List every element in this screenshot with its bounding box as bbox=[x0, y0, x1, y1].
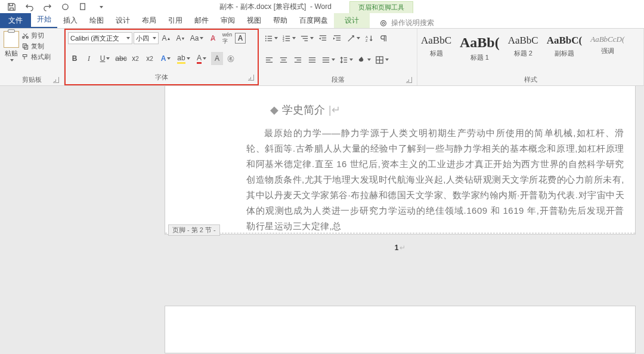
touch-mode-icon[interactable] bbox=[58, 1, 72, 14]
page-number[interactable]: 1 bbox=[395, 244, 406, 252]
style-item-2[interactable]: AaBbC标题 2 bbox=[508, 35, 538, 58]
distribute-button[interactable] bbox=[320, 53, 336, 66]
tab-design[interactable]: 设计 bbox=[110, 13, 136, 28]
paste-button[interactable]: 粘贴 bbox=[4, 31, 19, 61]
format-painter-button[interactable]: 格式刷 bbox=[21, 53, 51, 61]
clear-format-button[interactable]: A̷ bbox=[206, 32, 219, 45]
paste-label: 粘贴 bbox=[5, 49, 18, 58]
grow-font-button[interactable]: A▲ bbox=[160, 32, 173, 45]
group-label-styles: 样式 bbox=[421, 74, 640, 85]
justify-button[interactable] bbox=[305, 53, 318, 66]
page-1[interactable]: ◆ 学史简介|↵ 最原始的力学——静力学源于人类文明初期生产劳动中所使用的简单机… bbox=[165, 86, 636, 235]
svg-point-2 bbox=[381, 20, 386, 26]
group-font: Calibri (西文正文 小四 A▲ A▼ Aa A̷ wén字 A B I … bbox=[64, 29, 259, 85]
svg-point-0 bbox=[62, 4, 67, 10]
multilevel-button[interactable] bbox=[298, 32, 315, 45]
shrink-font-button[interactable]: A▼ bbox=[174, 32, 187, 45]
style-item-3[interactable]: AaBbC(副标题 bbox=[547, 35, 583, 58]
sort-button[interactable]: AZ bbox=[363, 32, 376, 45]
phonetic-guide-button[interactable]: wén字 bbox=[221, 32, 234, 45]
paragraph-launcher-icon[interactable] bbox=[406, 77, 412, 83]
tab-draw[interactable]: 绘图 bbox=[83, 13, 110, 28]
tab-file[interactable]: 文件 bbox=[0, 13, 31, 28]
ribbon: 粘贴 剪切 复制 格式刷 剪贴板 Calibri (西文正文 小四 A▲ A▼ … bbox=[0, 29, 644, 86]
svg-point-3 bbox=[382, 22, 385, 24]
workspace: ◆ 学史简介|↵ 最原始的力学——静力学源于人类文明初期生产劳动中所使用的简单机… bbox=[0, 86, 644, 354]
svg-text:Z: Z bbox=[365, 39, 367, 42]
save-icon[interactable] bbox=[5, 1, 18, 14]
tab-layout[interactable]: 布局 bbox=[136, 13, 162, 28]
svg-point-4 bbox=[23, 36, 24, 38]
svg-point-12 bbox=[265, 40, 266, 41]
tab-mailings[interactable]: 邮件 bbox=[188, 13, 215, 28]
shading-button[interactable] bbox=[355, 53, 372, 66]
font-name-select[interactable]: Calibri (西文正文 bbox=[68, 32, 132, 44]
tab-hf-design[interactable]: 设计 bbox=[334, 13, 370, 28]
bullets-button[interactable] bbox=[262, 32, 279, 45]
contextual-tool-label: 页眉和页脚工具 bbox=[349, 1, 413, 13]
superscript-button[interactable]: x2 bbox=[143, 52, 156, 65]
numbering-button[interactable]: 123 bbox=[280, 32, 297, 45]
copy-button[interactable]: 复制 bbox=[21, 42, 51, 51]
highlight-button[interactable]: ab bbox=[175, 52, 192, 65]
tab-home[interactable]: 开始 bbox=[31, 12, 57, 28]
title-bar: 副本 - 副本.docx [兼容模式] - Word 页眉和页脚工具 bbox=[0, 0, 644, 14]
doc-body[interactable]: 最原始的力学——静力学源于人类文明初期生产劳动中所使用的简单机械,如杠杆、滑轮、… bbox=[246, 125, 624, 234]
footer-separator bbox=[165, 233, 635, 233]
decrease-indent-button[interactable] bbox=[316, 32, 329, 45]
tab-view[interactable]: 视图 bbox=[241, 13, 267, 28]
diamond-bullet-icon: ◆ bbox=[270, 103, 278, 116]
tell-me-search[interactable]: 操作说明搜索 bbox=[379, 18, 434, 28]
group-label-clipboard: 剪贴板 bbox=[4, 74, 60, 85]
increase-indent-button[interactable] bbox=[330, 32, 343, 45]
svg-point-10 bbox=[265, 38, 266, 39]
char-shading-button[interactable]: A bbox=[211, 52, 223, 65]
group-clipboard: 粘贴 剪切 复制 格式刷 剪贴板 bbox=[0, 29, 64, 85]
new-doc-icon[interactable] bbox=[76, 1, 89, 14]
italic-button[interactable]: I bbox=[82, 52, 95, 65]
qat-more-icon[interactable] bbox=[94, 1, 107, 14]
align-center-button[interactable] bbox=[277, 53, 290, 66]
style-item-4[interactable]: AaBbCcD(强调 bbox=[590, 35, 624, 56]
group-label-paragraph: 段落 bbox=[262, 74, 413, 85]
borders-button[interactable] bbox=[373, 53, 390, 66]
show-marks-button[interactable] bbox=[377, 32, 390, 45]
clipboard-launcher-icon[interactable] bbox=[53, 77, 59, 83]
svg-text:3: 3 bbox=[282, 39, 284, 42]
svg-point-8 bbox=[265, 35, 266, 36]
tell-me-label: 操作说明搜索 bbox=[391, 18, 434, 28]
align-left-button[interactable] bbox=[262, 53, 275, 66]
char-border-button[interactable]: A bbox=[235, 33, 246, 44]
subscript-button[interactable]: x2 bbox=[129, 52, 142, 65]
font-size-select[interactable]: 小四 bbox=[134, 32, 159, 44]
group-styles: AaBbC标题AaBb(标题 1AaBbC标题 2AaBbC(副标题AaBbCc… bbox=[417, 29, 644, 85]
tab-review[interactable]: 审阅 bbox=[215, 13, 241, 28]
align-right-button[interactable] bbox=[291, 53, 304, 66]
strike-button[interactable]: abc bbox=[114, 52, 128, 65]
group-paragraph: 123 AZ 段落 bbox=[259, 29, 417, 85]
underline-button[interactable]: U bbox=[97, 52, 113, 65]
line-spacing-button[interactable] bbox=[338, 53, 354, 66]
cut-button[interactable]: 剪切 bbox=[21, 31, 51, 40]
footer-section-tag: 页脚 - 第 2 节 - bbox=[168, 224, 220, 236]
style-item-1[interactable]: AaBb(标题 1 bbox=[460, 35, 500, 62]
svg-text:A: A bbox=[365, 35, 367, 38]
group-label-font: 字体 bbox=[68, 72, 255, 83]
font-launcher-icon[interactable] bbox=[248, 75, 254, 81]
ribbon-tabs: 文件 开始 插入 绘图 设计 布局 引用 邮件 审阅 视图 帮助 百度网盘 设计… bbox=[0, 14, 644, 29]
tab-help[interactable]: 帮助 bbox=[267, 13, 293, 28]
window-title: 副本 - 副本.docx [兼容模式] - Word bbox=[219, 2, 332, 12]
text-effects-button[interactable]: A bbox=[157, 52, 174, 65]
change-case-button[interactable]: Aa bbox=[188, 32, 205, 45]
font-color-button[interactable]: A bbox=[193, 52, 210, 65]
tab-baidu[interactable]: 百度网盘 bbox=[293, 13, 334, 28]
style-item-0[interactable]: AaBbC标题 bbox=[421, 35, 451, 58]
doc-heading[interactable]: ◆ 学史简介|↵ bbox=[270, 103, 635, 117]
tab-references[interactable]: 引用 bbox=[162, 13, 188, 28]
bold-button[interactable]: B bbox=[68, 52, 81, 65]
text-direction-button[interactable] bbox=[345, 32, 361, 45]
page-2[interactable] bbox=[165, 306, 636, 353]
svg-rect-1 bbox=[80, 4, 85, 10]
tab-insert[interactable]: 插入 bbox=[57, 13, 83, 28]
enclose-char-button[interactable]: ㊔ bbox=[224, 52, 237, 65]
